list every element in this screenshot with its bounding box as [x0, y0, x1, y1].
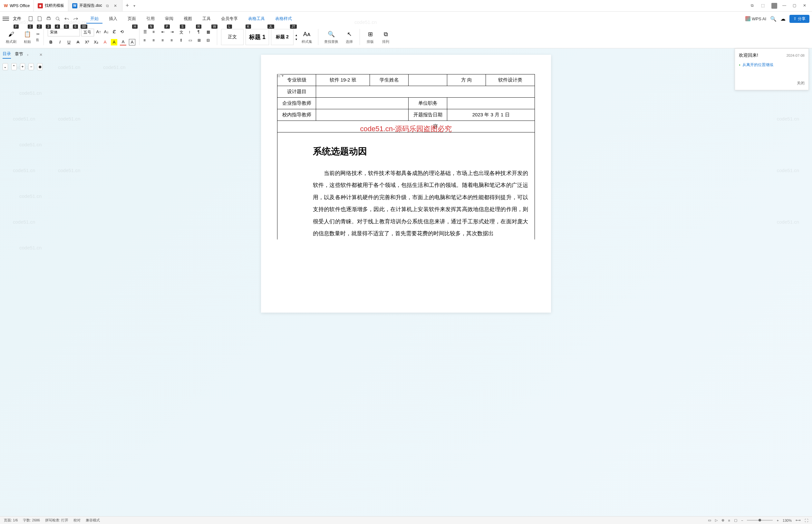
decrease-indent-icon[interactable]: ⇤: [162, 30, 168, 36]
char-border-button[interactable]: A: [129, 39, 135, 46]
format-brush-group[interactable]: 🖌 格式刷: [4, 30, 18, 44]
cell-direction-val[interactable]: 软件设计类: [486, 75, 535, 86]
add-tab-button[interactable]: +: [122, 2, 132, 9]
cloud-icon[interactable]: ☁: [780, 16, 785, 22]
cell-design-topic[interactable]: 设计题目: [278, 86, 316, 98]
multi-window-icon[interactable]: ⧉: [751, 3, 756, 9]
minimize-icon[interactable]: —: [782, 3, 788, 9]
maximize-icon[interactable]: ▢: [793, 3, 798, 9]
style-down-icon[interactable]: ▾: [296, 37, 297, 41]
zoom-out-button[interactable]: −: [741, 519, 743, 522]
increase-font-icon[interactable]: A↑: [95, 29, 102, 35]
save-icon[interactable]: [37, 16, 43, 21]
font-size-select[interactable]: 五号: [81, 29, 94, 36]
cell-design-topic-val[interactable]: [316, 86, 535, 98]
print-preview-icon[interactable]: [55, 16, 61, 21]
document-page[interactable]: ☰ ▾ 专业班级 软件 19-2 班 学生姓名 方 向 软件设计类 设计题目 企…: [261, 55, 551, 313]
bold-button[interactable]: B: [48, 39, 54, 46]
document-viewport[interactable]: ☰ ▾ 专业班级 软件 19-2 班 学生姓名 方 向 软件设计类 设计题目 企…: [0, 48, 812, 516]
tab-table-tools[interactable]: 表格工具: [244, 14, 269, 23]
status-words[interactable]: 字数: 2686: [23, 518, 40, 523]
doc-body-text[interactable]: 当前的网络技术，软件技术等都具备成熟的理论基础，市场上也出现各种技术开发的软件，…: [278, 167, 534, 240]
tab-dropdown-icon[interactable]: ▾: [133, 3, 135, 8]
cell-unit-position[interactable]: 单位职务: [409, 98, 447, 109]
restore-tab-icon[interactable]: ⧉: [106, 3, 111, 8]
show-marks-icon[interactable]: ¶: [198, 30, 204, 36]
zoom-in-button[interactable]: +: [777, 519, 778, 522]
status-spell[interactable]: 拼写检查: 打开: [45, 518, 68, 523]
style-heading2[interactable]: 标题 2: [271, 29, 294, 45]
template-tab[interactable]: ◆ 找稻壳模板: [34, 0, 68, 11]
cell-school-teacher-val[interactable]: [316, 109, 409, 121]
cell-major-class-val[interactable]: 软件 19-2 班: [316, 75, 370, 86]
columns-icon[interactable]: ▦: [206, 30, 213, 36]
subscript-button[interactable]: X₂: [93, 39, 99, 46]
document-tab[interactable]: W 开题报告.doc ⧉ ✕: [68, 0, 122, 11]
superscript-button[interactable]: X²: [84, 39, 90, 46]
tab-view[interactable]: 视图: [180, 14, 196, 23]
font-color-button[interactable]: A: [102, 39, 108, 46]
close-tab-icon[interactable]: ✕: [114, 3, 118, 8]
cell-report-date[interactable]: 开题报告日期: [409, 109, 447, 121]
status-compat[interactable]: 兼容模式: [86, 518, 100, 523]
welcome-close-button[interactable]: 关闭: [739, 81, 805, 86]
doc-heading[interactable]: 系统选题动因: [313, 145, 534, 158]
copy-icon[interactable]: ⎘: [36, 38, 40, 42]
file-menu[interactable]: 文件: [11, 15, 23, 23]
cell-enterprise-teacher[interactable]: 企业指导教师: [278, 98, 316, 109]
align-left-icon[interactable]: ≡: [144, 38, 150, 45]
clear-format-icon[interactable]: Ȼ: [111, 29, 117, 35]
tab-review[interactable]: 审阅: [161, 14, 177, 23]
find-replace-group[interactable]: 🔍 查找替换: [322, 30, 340, 44]
avatar-icon[interactable]: [772, 3, 777, 9]
tab-start[interactable]: 开始: [86, 14, 102, 23]
align-justify-icon[interactable]: ≡: [170, 38, 177, 45]
cell-student-name[interactable]: 学生姓名: [370, 75, 409, 86]
style-heading1[interactable]: 标题 1: [246, 29, 269, 45]
tab-member[interactable]: 会员专享: [217, 14, 242, 23]
app-tab[interactable]: W WPS Office: [0, 0, 34, 11]
cell-unit-position-val[interactable]: [447, 98, 535, 109]
zoom-slider[interactable]: [747, 520, 773, 521]
print-icon[interactable]: [46, 16, 52, 21]
text-effect-button[interactable]: A: [120, 39, 126, 46]
view-web-icon[interactable]: ⊕: [722, 518, 724, 522]
select-group[interactable]: ↖ 选择: [343, 30, 356, 44]
undo-icon[interactable]: [64, 16, 70, 21]
redo-icon[interactable]: [73, 16, 79, 21]
view-page-icon[interactable]: ▭: [708, 518, 711, 522]
tab-insert[interactable]: 插入: [105, 14, 121, 23]
welcome-continue-link[interactable]: 从离开的位置继续: [739, 62, 805, 68]
style-normal[interactable]: 正文: [221, 29, 244, 45]
tab-page[interactable]: 页面: [124, 14, 140, 23]
layout-group[interactable]: ⊞ 排版: [364, 30, 377, 44]
strikethrough-button[interactable]: A: [75, 39, 81, 46]
zoom-value[interactable]: 130%: [783, 519, 792, 522]
number-list-icon[interactable]: ≡: [152, 30, 159, 36]
view-focus-icon[interactable]: ▢: [734, 518, 737, 522]
arrange-group[interactable]: ⧉ 排列: [379, 30, 392, 44]
italic-button[interactable]: I: [57, 39, 63, 46]
cell-school-teacher[interactable]: 校内指导教师: [278, 109, 316, 121]
tabs-icon[interactable]: ⊟: [206, 38, 213, 45]
decrease-font-icon[interactable]: A↓: [103, 29, 110, 35]
view-read-icon[interactable]: ▷: [715, 518, 717, 522]
cell-report-date-val[interactable]: 2023 年 3 月 1 日: [447, 109, 535, 121]
status-proofread[interactable]: 校对: [73, 518, 81, 523]
new-doc-icon[interactable]: [28, 16, 34, 21]
fullscreen-icon[interactable]: ⛶: [805, 519, 808, 522]
align-right-icon[interactable]: ≡: [162, 38, 168, 45]
cell-enterprise-teacher-val[interactable]: [316, 98, 409, 109]
view-outline-icon[interactable]: ≡: [728, 519, 730, 522]
paste-group[interactable]: 📋 粘贴: [21, 30, 34, 44]
close-window-icon[interactable]: ✕: [803, 3, 808, 9]
bullet-list-icon[interactable]: ☰: [144, 30, 150, 36]
cut-icon[interactable]: ✂: [36, 32, 40, 36]
share-button[interactable]: ⇪ 分享: [790, 15, 809, 23]
wps-ai-button[interactable]: WPS AI: [745, 16, 766, 21]
sort-icon[interactable]: ↕: [188, 30, 195, 36]
search-icon[interactable]: 🔍: [770, 16, 777, 22]
status-page[interactable]: 页面: 1/6: [4, 518, 18, 523]
borders-icon[interactable]: ⊞: [198, 38, 204, 45]
style-set-group[interactable]: Aᴀ 样式集: [300, 30, 314, 44]
